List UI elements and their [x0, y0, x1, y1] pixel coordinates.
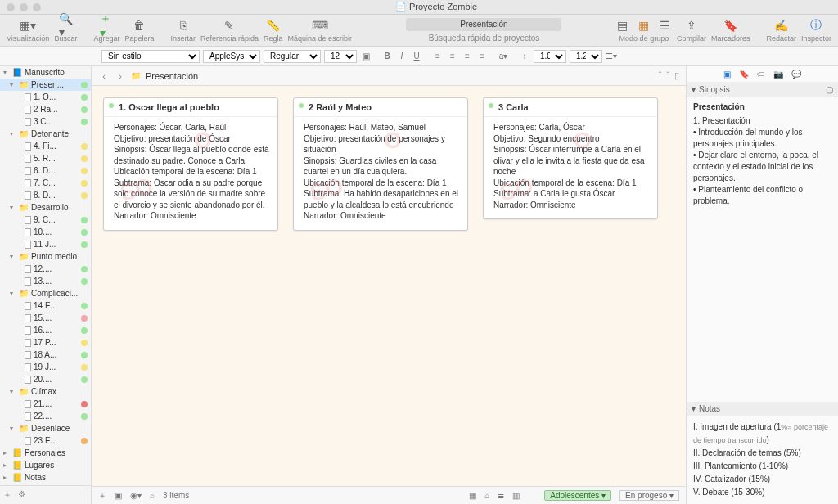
binder-folder[interactable]: ▾📁Clímax: [0, 385, 91, 398]
binder-folder[interactable]: ▾📁Desenlace: [0, 422, 91, 434]
trash-icon[interactable]: 🗑: [133, 19, 146, 32]
italic-icon[interactable]: I: [396, 52, 408, 61]
close-icon[interactable]: [7, 3, 15, 11]
binder-doc[interactable]: 22....: [0, 410, 91, 422]
chevron-right-icon[interactable]: ▸: [3, 449, 10, 457]
chevron-down-icon[interactable]: ▾: [10, 425, 16, 432]
notes-header[interactable]: ▾Notas: [687, 402, 838, 416]
binder-root[interactable]: ▾ 📘 Manuscrito: [0, 66, 91, 79]
add-icon[interactable]: ＋▾: [100, 19, 113, 32]
footer-folder-icon[interactable]: ▣: [115, 491, 122, 500]
binder-doc[interactable]: 13....: [0, 275, 91, 287]
binder-folder[interactable]: ▾📁Detonante: [0, 128, 91, 140]
chevron-down-icon[interactable]: ▾: [10, 130, 16, 137]
insert-icon[interactable]: ⎘: [177, 19, 190, 32]
header-split-icon[interactable]: ▯: [674, 70, 679, 81]
group-mode-cork-icon[interactable]: ▦: [638, 19, 651, 32]
binder-doc[interactable]: 14 E...: [0, 299, 91, 312]
binder-doc[interactable]: 3 C...: [0, 115, 91, 128]
project-search[interactable]: Búsqueda rápida de proyectos: [406, 34, 561, 43]
window-controls[interactable]: [7, 3, 41, 11]
font-select[interactable]: AppleSystemUIF...: [203, 50, 260, 63]
search-icon[interactable]: 🔍▾: [59, 19, 72, 32]
card-synopsis[interactable]: OSO Personajes: Óscar, Carla, Raúl Objet…: [104, 117, 277, 230]
binder-doc[interactable]: 23 E...: [0, 434, 91, 447]
nav-fwd-icon[interactable]: ›: [115, 71, 126, 81]
card-synopsis[interactable]: OSOPersonajes: Carla, Óscar Objetivo: Se…: [484, 117, 657, 218]
img-icon[interactable]: ▢: [826, 85, 833, 94]
card-title[interactable]: 2 Raúl y Mateo: [294, 98, 467, 117]
binder-doc[interactable]: 11 J...: [0, 238, 91, 250]
binder-doc[interactable]: 8. D...: [0, 189, 91, 201]
binder-doc[interactable]: 10....: [0, 226, 91, 238]
card-title[interactable]: 3 Carla: [484, 98, 657, 117]
typewriter-icon[interactable]: ⌨: [313, 19, 327, 32]
snapshots-tab-icon[interactable]: 📷: [773, 70, 783, 79]
footer-grid-icon[interactable]: ▦: [469, 491, 476, 500]
notes-tab-icon[interactable]: ▣: [723, 70, 731, 79]
binder-doc[interactable]: 6. D...: [0, 164, 91, 177]
compose-icon[interactable]: ✍: [775, 19, 788, 32]
binder-doc[interactable]: 12....: [0, 263, 91, 275]
bookmarks-tab-icon[interactable]: 🔖: [739, 70, 749, 79]
corkboard[interactable]: 1. Oscar llega al puebloOSO Personajes: …: [92, 86, 686, 486]
card-title[interactable]: 1. Oscar llega al pueblo: [104, 98, 277, 117]
binder-extra[interactable]: ▸📒Personajes: [0, 447, 91, 459]
binder-doc[interactable]: 18 A...: [0, 349, 91, 361]
size-select[interactable]: 12: [324, 50, 357, 63]
align-left-icon[interactable]: ≡: [432, 52, 444, 61]
chevron-down-icon[interactable]: ▾: [10, 81, 16, 88]
footer-filter-icon[interactable]: ⌕: [150, 491, 155, 500]
font-stepper-icon[interactable]: ▣: [360, 52, 372, 61]
status-label[interactable]: En progeso ▾: [619, 490, 679, 501]
breadcrumb[interactable]: Presentación: [146, 71, 198, 81]
footer-stack-icon[interactable]: ≣: [498, 491, 504, 500]
group-mode-outline-icon[interactable]: ☰: [659, 19, 672, 32]
header-up-icon[interactable]: ˆ: [659, 70, 662, 81]
binder-doc[interactable]: 15....: [0, 312, 91, 324]
binder-doc[interactable]: 1. O...: [0, 91, 91, 103]
binder-folder[interactable]: ▾📁Presen...: [0, 79, 91, 91]
chevron-down-icon[interactable]: ▾: [10, 204, 16, 211]
list-icon[interactable]: ☰▾: [606, 52, 617, 61]
binder-doc[interactable]: 2 Ra...: [0, 103, 91, 115]
ruler-icon[interactable]: 📏: [267, 19, 280, 32]
binder-doc[interactable]: 17 P...: [0, 336, 91, 349]
binder-doc[interactable]: 4. Fi...: [0, 140, 91, 152]
bookmark-icon[interactable]: 🔖: [724, 19, 737, 32]
inspector-tabs[interactable]: ▣ 🔖 🏷 📷 💬: [687, 66, 838, 83]
spacing-select[interactable]: 1.2: [570, 50, 602, 63]
chevron-right-icon[interactable]: ▸: [3, 461, 10, 469]
binder-folder[interactable]: ▾📁Punto medio: [0, 250, 91, 263]
nav-back-icon[interactable]: ‹: [98, 71, 110, 81]
chevron-down-icon[interactable]: ▾: [10, 290, 16, 297]
weight-select[interactable]: Regular: [264, 50, 321, 63]
chevron-right-icon[interactable]: ▸: [3, 474, 10, 481]
align-right-icon[interactable]: ≡: [462, 52, 473, 61]
footer-view-icon[interactable]: ◉▾: [130, 491, 142, 500]
synopsis-header[interactable]: ▾Sinopsis▢: [687, 83, 838, 97]
style-select[interactable]: Sin estilo: [101, 50, 200, 63]
binder-extra[interactable]: ▸📒Notas: [0, 471, 91, 484]
align-center-icon[interactable]: ≡: [447, 52, 458, 61]
binder-doc[interactable]: 9. C...: [0, 214, 91, 226]
binder-doc[interactable]: 20....: [0, 373, 91, 385]
compile-icon[interactable]: ⇪: [685, 19, 698, 32]
minimize-icon[interactable]: [20, 3, 28, 11]
quickref-icon[interactable]: ✎: [223, 19, 236, 32]
index-card[interactable]: 3 CarlaOSOPersonajes: Carla, Óscar Objet…: [483, 97, 658, 219]
underline-icon[interactable]: U: [411, 52, 422, 61]
text-color-icon[interactable]: a▾: [498, 52, 509, 61]
binder-doc[interactable]: 19 J...: [0, 361, 91, 373]
inspector-icon[interactable]: ⓘ: [809, 19, 822, 32]
binder-folder[interactable]: ▾📁Desarrollo: [0, 201, 91, 214]
chevron-down-icon[interactable]: ▾: [10, 253, 16, 260]
metadata-tab-icon[interactable]: 🏷: [757, 70, 765, 79]
view-icon[interactable]: ▦▾: [21, 19, 34, 32]
binder-folder[interactable]: ▾📁Complicaci...: [0, 287, 91, 299]
line-select[interactable]: 1.0x: [534, 50, 566, 63]
label-tag[interactable]: Adolescentes ▾: [544, 490, 611, 501]
group-mode-doc-icon[interactable]: ▤: [616, 19, 629, 32]
line-spacing-icon[interactable]: ↕: [519, 52, 530, 61]
card-synopsis[interactable]: OSO Personajes: Raúl, Mateo, Samuel Obje…: [294, 117, 467, 230]
